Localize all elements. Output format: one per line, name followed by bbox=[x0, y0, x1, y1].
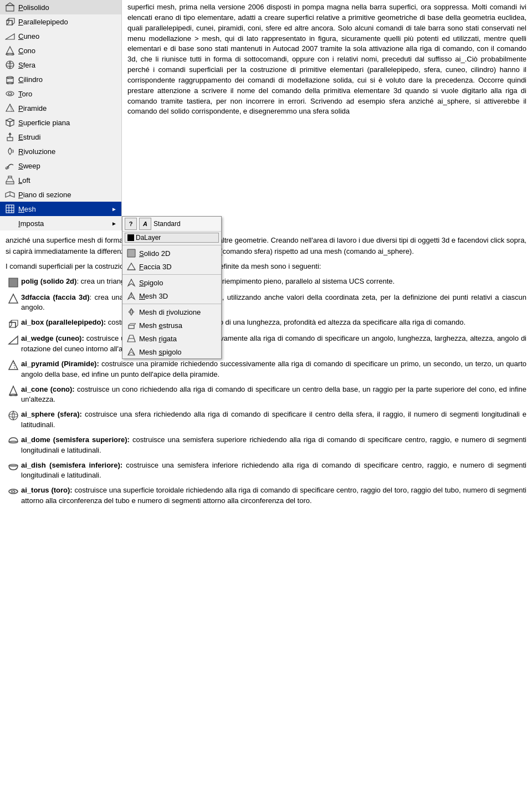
menu-label-superficie-piana: Superficie piana bbox=[18, 119, 70, 127]
menu-item-loft[interactable]: Loft bbox=[0, 173, 121, 187]
submenu-item-mesh3d[interactable]: Mesh 3D bbox=[122, 289, 221, 302]
solido2d-icon bbox=[127, 249, 136, 258]
mesh3d-label: Mesh 3D bbox=[139, 292, 168, 300]
svg-marker-53 bbox=[9, 294, 18, 303]
svg-rect-21 bbox=[7, 137, 13, 141]
submenu-item-mesh-rigata[interactable]: Mesh rigata bbox=[122, 332, 221, 345]
command-ai-sphere: ai_sphere (sfera): costruisce una sfera … bbox=[6, 409, 526, 430]
cmd-name-ai-torus: ai_torus (toro): bbox=[21, 486, 73, 494]
mesh-icon bbox=[4, 203, 16, 214]
svg-marker-58 bbox=[9, 336, 18, 344]
spigolo-label: Spigolo bbox=[139, 279, 163, 287]
submenu-item-spigolo[interactable]: Spigolo bbox=[122, 276, 221, 289]
command-list-section: polig (solido 2d): crea un triangolo o u… bbox=[0, 276, 532, 515]
dalayer-label: DaLayer bbox=[136, 234, 161, 242]
cmd-text-ai-wedge: ai_wedge (cuneo): costruisce un cuneo ri… bbox=[21, 334, 526, 355]
cmd-name-ai-box: ai_box (parallelepipedo): bbox=[21, 318, 106, 326]
loft-icon bbox=[4, 175, 16, 186]
mesh3d-icon bbox=[127, 291, 136, 300]
mesh-submenu: ? A Standard DaLayer Solido 2D bbox=[122, 216, 222, 359]
svg-marker-1 bbox=[6, 3, 14, 6]
svg-marker-37 bbox=[127, 263, 135, 270]
menu-label-estrudi: Estrudi bbox=[18, 133, 40, 141]
menu-label-cono: Cono bbox=[18, 47, 35, 55]
submenu-item-mesh-estrusa[interactable]: Mesh estrusa bbox=[122, 319, 221, 332]
menu-item-superficie-piana[interactable]: Superficie piana bbox=[0, 115, 121, 130]
menu-item-piramide[interactable]: Piramide bbox=[0, 101, 121, 115]
menu-item-cilindro[interactable]: Cilindro bbox=[0, 72, 121, 86]
cmd-icon-ai-cone bbox=[6, 384, 21, 396]
imposta-icon bbox=[4, 218, 16, 229]
cmd-name-ai-dish: ai_dish (semisfera inferiore): bbox=[21, 461, 122, 469]
menu-item-piano-sezione[interactable]: Piano di sezione bbox=[0, 187, 121, 202]
menu-label-imposta: Imposta bbox=[18, 219, 44, 228]
mesh-estrusa-label: Mesh estrusa bbox=[139, 321, 182, 330]
menu-item-sfera[interactable]: Sfera bbox=[0, 58, 121, 72]
svg-rect-25 bbox=[6, 182, 14, 184]
menu-item-rivoluzione[interactable]: Rivoluzione bbox=[0, 144, 121, 158]
mesh-rigata-label: Mesh rigata bbox=[139, 335, 177, 343]
menu-label-parallelepipedo: Parallelepipedo bbox=[18, 18, 68, 26]
svg-line-28 bbox=[12, 178, 14, 182]
submenu-item-faccia3d[interactable]: Faccia 3D bbox=[122, 260, 221, 273]
menu-item-estrudi[interactable]: Estrudi bbox=[0, 130, 121, 144]
cmd-icon-ai-dish bbox=[6, 460, 21, 472]
cmd-text-3dfaccia: 3dfaccia (faccia 3d): crea una superfici… bbox=[21, 293, 526, 314]
submenu-item-mesh-rivoluzione[interactable]: Mesh di rivoluzione bbox=[122, 305, 221, 319]
dalayer-button[interactable]: DaLayer bbox=[125, 233, 219, 243]
sfera-icon bbox=[4, 59, 16, 70]
svg-marker-36 bbox=[127, 249, 135, 257]
submenu-divider-3 bbox=[122, 304, 221, 304]
cmd-icon-ai-sphere bbox=[6, 409, 21, 421]
menu-item-mesh[interactable]: Mesh ► bbox=[0, 202, 121, 216]
cmd-text-ai-cone: ai_cone (cono): costruisce un cono richi… bbox=[21, 384, 526, 406]
sweep-icon bbox=[4, 160, 16, 171]
svg-rect-43 bbox=[129, 325, 134, 329]
cmd-name-ai-pyramid: ai_pyramid (Piramide): bbox=[21, 360, 99, 368]
piramide-icon bbox=[4, 102, 16, 114]
cmd-name-polig: polig (solido 2d) bbox=[21, 277, 76, 285]
menu-item-polisolido[interactable]: Polisolido bbox=[0, 0, 121, 14]
svg-point-15 bbox=[8, 93, 12, 95]
svg-point-64 bbox=[9, 414, 18, 417]
cmd-text-ai-torus: ai_torus (toro): costruisce una superfic… bbox=[21, 485, 526, 506]
submenu-item-mesh-spigolo[interactable]: Mesh spigolo bbox=[122, 345, 221, 358]
svg-marker-19 bbox=[6, 120, 10, 126]
menu-label-cuneo: Cuneo bbox=[18, 32, 39, 40]
help-button[interactable]: ? bbox=[125, 218, 137, 230]
menu-item-cono[interactable]: Cono bbox=[0, 43, 121, 58]
svg-point-63 bbox=[9, 411, 18, 420]
submenu-item-solido2d[interactable]: Solido 2D bbox=[122, 247, 221, 260]
menu-item-cuneo[interactable]: Cuneo bbox=[0, 29, 121, 43]
cmd-text-ai-sphere: ai_sphere (sfera): costruisce una sfera … bbox=[21, 409, 526, 430]
faccia3d-label: Faccia 3D bbox=[139, 263, 172, 271]
svg-point-69 bbox=[9, 489, 18, 494]
menu-label-mesh: Mesh bbox=[18, 205, 36, 213]
cmd-icon-ai-box bbox=[6, 317, 21, 329]
cmd-icon-polig bbox=[6, 276, 21, 288]
submenu-toolbar: ? A Standard bbox=[122, 217, 221, 232]
svg-rect-0 bbox=[6, 6, 14, 11]
svg-point-70 bbox=[12, 491, 15, 493]
menu-item-imposta[interactable]: Imposta ► bbox=[0, 216, 121, 230]
spigolo-icon bbox=[127, 278, 136, 287]
svg-marker-23 bbox=[8, 132, 12, 135]
command-ai-pyramid: ai_pyramid (Piramide): costruisce una pi… bbox=[6, 359, 526, 380]
command-ai-dome: ai_dome (semisfera superiore): costruisc… bbox=[6, 435, 526, 456]
continuation-text: anziché una superfice mesh di forma sfer… bbox=[6, 235, 526, 257]
menu-item-sweep[interactable]: Sweep bbox=[0, 158, 121, 173]
cmd-name-ai-dome: ai_dome (semisfera superiore): bbox=[21, 435, 130, 444]
mesh-submenu-arrow: ► bbox=[111, 206, 117, 212]
dalayer-row: DaLayer bbox=[122, 232, 221, 244]
cmd-name-ai-wedge: ai_wedge (cuneo): bbox=[21, 334, 84, 342]
intro-text: I comandi superficiali per la costruzion… bbox=[6, 261, 526, 272]
menu-item-parallelepipedo[interactable]: Parallelepipedo bbox=[0, 14, 121, 29]
menu-item-toro[interactable]: Toro bbox=[0, 86, 121, 101]
mesh-rigata-icon bbox=[127, 334, 136, 343]
cmd-icon-ai-torus bbox=[6, 485, 21, 497]
cmd-text-ai-pyramid: ai_pyramid (Piramide): costruisce una pi… bbox=[21, 359, 526, 380]
svg-marker-52 bbox=[9, 278, 18, 287]
cmd-name-ai-cone: ai_cone (cono): bbox=[21, 385, 75, 393]
toro-icon bbox=[4, 88, 16, 99]
text-style-button[interactable]: A bbox=[139, 218, 151, 230]
